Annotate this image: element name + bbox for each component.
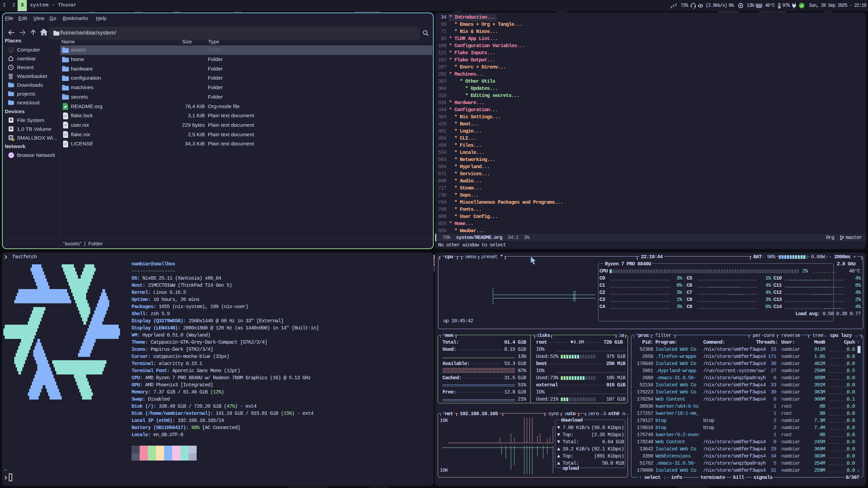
svg-text:z: z (675, 3, 677, 6)
svg-text:z: z (671, 5, 672, 9)
svg-text:z: z (673, 4, 674, 7)
